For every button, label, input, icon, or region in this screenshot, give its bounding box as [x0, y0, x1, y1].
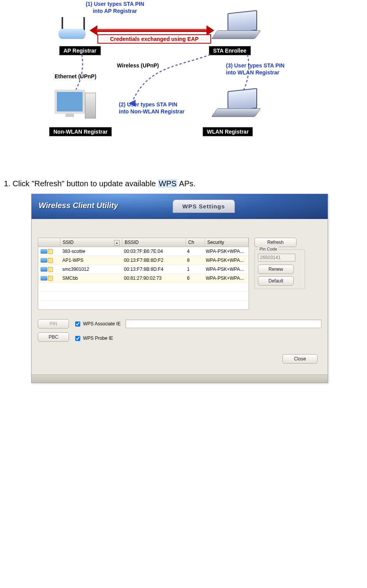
window-footer-bar — [32, 374, 328, 383]
lock-icon — [48, 276, 53, 281]
wps-probe-label: WPS Probe IE — [83, 335, 113, 341]
table-row-empty — [38, 292, 249, 301]
window-title: Wireless Client Utility — [39, 201, 118, 210]
signal-icon — [41, 249, 48, 254]
table-row[interactable]: SMCbb 00:81:27:90:02:73 6 WPA-PSK+WPA... — [38, 274, 249, 283]
col-bssid[interactable]: BSSID — [122, 238, 186, 247]
col-icon[interactable] — [38, 238, 60, 247]
default-button[interactable]: Default — [258, 276, 294, 286]
lock-icon — [48, 249, 53, 254]
table-row-empty — [38, 283, 249, 292]
signal-icon — [41, 276, 48, 281]
cell-ch: 8 — [185, 258, 203, 263]
pin-code-legend: Pin Code — [258, 247, 279, 251]
wlan-registrar-label: WLAN Registrar — [203, 127, 253, 136]
wps-associate-checkbox[interactable]: WPS Associate IE — [74, 320, 121, 328]
cell-sec: WPA-PSK+WPA... — [203, 267, 249, 272]
sort-asc-icon[interactable]: ▲ — [114, 240, 120, 245]
instruction-step-1: 1. Click "Refresh" button to update avai… — [4, 179, 367, 188]
refresh-button[interactable]: Refresh — [254, 238, 296, 247]
non-wlan-pc-icon — [55, 90, 97, 121]
cell-ssid: SMCbb — [60, 275, 122, 281]
close-button[interactable]: Close — [282, 354, 318, 364]
cell-bssid: 00:81:27:90:02:73 — [122, 275, 185, 281]
cell-bssid: 00:13:F7:8B:8D:F4 — [122, 267, 185, 272]
instruction-post: APs. — [177, 179, 196, 188]
col-channel[interactable]: Ch — [186, 238, 205, 247]
cell-bssid: 00:03:7F:B6:7E:04 — [122, 249, 185, 254]
col-ssid[interactable]: SSID ▲ — [60, 238, 122, 247]
wps-associate-label: WPS Associate IE — [83, 321, 121, 327]
col-ssid-label: SSID — [63, 240, 74, 245]
lock-icon — [48, 258, 53, 263]
cell-ch: 4 — [185, 249, 203, 254]
table-header-row: SSID ▲ BSSID Ch Security — [38, 238, 249, 247]
wps-probe-checkbox[interactable]: WPS Probe IE — [74, 335, 113, 342]
table-row[interactable]: AP1-WPS 00:13:F7:8B:8D:F2 8 WPA-PSK+WPA.… — [38, 256, 249, 265]
tab-wps-settings[interactable]: WPS Settings — [173, 200, 235, 213]
step3-caption: (3) User types STA PINinto WLAN Registra… — [226, 62, 304, 76]
signal-icon — [41, 258, 48, 263]
pbc-button[interactable]: PBC — [38, 332, 69, 342]
wps-pin-diagram: (1) User types STA PINinto AP Registrar … — [31, 4, 288, 140]
step2-caption: (2) User types STA PINinto Non-WLAN Regi… — [119, 101, 201, 115]
wps-progress-bar — [125, 320, 321, 328]
instruction-pre: Click "Refresh" button to update availab… — [11, 179, 158, 188]
step-number: 1. — [4, 179, 11, 188]
non-wlan-registrar-label: Non-WLAN Registrar — [49, 127, 112, 136]
pin-button[interactable]: PIN — [38, 319, 69, 328]
cell-ssid: smc3901012 — [60, 267, 122, 272]
ethernet-upnp-label: Ethernet (UPnP) — [55, 73, 96, 79]
wireless-client-utility-window: Wireless Client Utility WPS Settings SSI… — [31, 194, 328, 383]
cell-sec: WPA-PSK+WPA... — [203, 249, 249, 254]
renew-button[interactable]: Renew — [258, 265, 294, 274]
pin-code-group: Pin Code Renew Default — [254, 249, 305, 289]
cell-bssid: 00:13:F7:8B:8D:F2 — [122, 258, 185, 263]
table-row[interactable]: 383-scottie 00:03:7F:B6:7E:04 4 WPA-PSK+… — [38, 247, 249, 256]
lock-icon — [48, 267, 53, 272]
cell-ssid: 383-scottie — [60, 249, 122, 254]
cell-ssid: AP1-WPS — [60, 258, 122, 263]
cell-sec: WPA-PSK+WPA... — [203, 258, 249, 263]
table-row[interactable]: smc3901012 00:13:F7:8B:8D:F4 1 WPA-PSK+W… — [38, 265, 249, 274]
table-row-empty — [38, 301, 249, 309]
cell-ch: 6 — [185, 275, 203, 281]
window-header: Wireless Client Utility WPS Settings — [32, 194, 328, 219]
pin-code-field[interactable] — [258, 254, 295, 261]
cell-ch: 1 — [185, 267, 203, 272]
cell-sec: WPA-PSK+WPA... — [203, 275, 249, 281]
wps-highlight: WPS — [158, 179, 178, 188]
wps-probe-input[interactable] — [75, 336, 80, 341]
ap-list-table[interactable]: SSID ▲ BSSID Ch Security 383-scottie 00:… — [38, 238, 249, 310]
signal-icon — [41, 267, 48, 272]
col-security[interactable]: Security — [205, 238, 249, 247]
wlan-registrar-laptop-icon — [214, 90, 261, 117]
wireless-upnp-label: Wireless (UPnP) — [117, 62, 159, 69]
wps-associate-input[interactable] — [75, 321, 80, 327]
